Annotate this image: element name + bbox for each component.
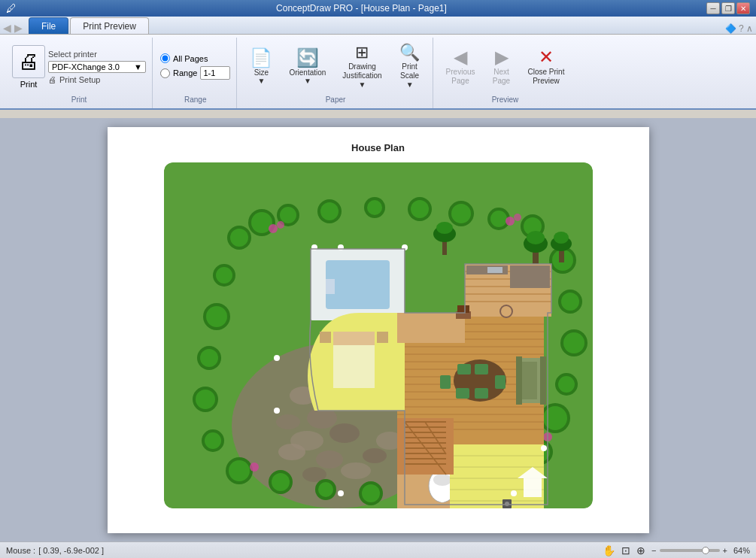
svg-rect-113 (456, 388, 469, 399)
page-preview: House Plan (108, 127, 649, 533)
range-row: Range (160, 66, 230, 80)
svg-point-48 (362, 484, 380, 502)
svg-point-156 (505, 502, 509, 506)
status-bar: Mouse : [ 0.39, -6.9e-002 ] ✋ ⊡ ⊕ − + 64… (0, 541, 756, 558)
drawing-justification-button[interactable]: ⊞ DrawingJustification ▼ (337, 41, 387, 92)
size-icon: 📄 (250, 49, 272, 67)
zoom-slider-thumb (702, 547, 709, 554)
svg-rect-108 (510, 265, 550, 288)
orientation-button[interactable]: 🔄 Orientation ▼ (284, 45, 331, 89)
range-radio[interactable] (160, 68, 170, 78)
orientation-arrow-icon: ▼ (304, 77, 311, 85)
svg-point-11 (278, 444, 305, 460)
all-pages-radio[interactable] (160, 53, 170, 63)
tab-print-preview-label: Print Preview (83, 21, 136, 32)
status-right: ✋ ⊡ ⊕ − + 64% (603, 544, 750, 556)
main-content: House Plan (0, 118, 756, 541)
svg-point-20 (367, 200, 382, 215)
svg-rect-122 (333, 332, 375, 345)
svg-rect-123 (377, 332, 388, 343)
printer-value: PDF-XChange 3.0 (52, 62, 120, 71)
print-button[interactable]: 🖨 (12, 45, 45, 78)
svg-point-60 (200, 349, 218, 367)
print-setup-link[interactable]: 🖨 Print Setup (48, 75, 100, 84)
print-label: Print (20, 80, 38, 89)
close-print-preview-button[interactable]: ✕ Close PrintPreview (523, 44, 570, 89)
svg-point-24 (451, 204, 471, 223)
tab-file-label: File (41, 21, 56, 32)
svg-rect-120 (540, 356, 546, 405)
dropdown-arrow-icon: ▼ (134, 62, 142, 71)
justification-label: DrawingJustification (342, 62, 381, 80)
svg-point-81 (436, 222, 453, 234)
ribbon-group-preview: ◀ PreviousPage ▶ NextPage ✕ Close PrintP… (435, 38, 576, 108)
svg-point-26 (490, 211, 507, 227)
printer-dropdown[interactable]: PDF-XChange 3.0 ▼ (48, 61, 146, 73)
svg-point-56 (205, 432, 221, 449)
next-page-button[interactable]: ▶ NextPage (487, 44, 517, 89)
range-input[interactable] (200, 66, 230, 80)
svg-point-70 (514, 214, 521, 221)
svg-point-52 (272, 473, 290, 491)
next-page-icon: ▶ (495, 48, 509, 66)
svg-point-54 (229, 460, 250, 481)
window-close-button[interactable]: ✕ (736, 2, 750, 14)
zoom-in-icon[interactable]: ⊕ (636, 544, 645, 556)
tab-file[interactable]: File (29, 17, 68, 34)
zoom-out-button[interactable]: − (651, 546, 656, 555)
zoom-in-button[interactable]: + (723, 546, 727, 555)
minimize-button[interactable]: ─ (706, 2, 720, 14)
svg-point-69 (506, 217, 515, 226)
svg-point-36 (558, 376, 575, 393)
fit-page-icon[interactable]: ⊡ (621, 544, 630, 556)
tab-print-preview[interactable]: Print Preview (70, 17, 149, 34)
svg-point-66 (230, 229, 248, 247)
svg-point-16 (280, 207, 296, 223)
hand-tool-icon[interactable]: ✋ (603, 544, 615, 556)
svg-point-5 (316, 450, 343, 469)
all-pages-label: All Pages (173, 54, 208, 63)
preview-group-label: Preview (492, 92, 519, 105)
restore-button[interactable]: ❐ (721, 2, 735, 14)
svg-rect-115 (440, 375, 451, 389)
select-printer-label: Select printer (48, 50, 97, 59)
svg-point-67 (269, 224, 278, 233)
svg-rect-84 (326, 279, 335, 294)
svg-rect-83 (326, 260, 390, 309)
svg-point-128 (433, 474, 451, 486)
range-label: Range (173, 68, 197, 77)
zoom-slider[interactable] (660, 549, 720, 552)
svg-point-159 (274, 355, 280, 361)
svg-point-165 (311, 244, 317, 250)
title-bar: 🖊 ConceptDraw PRO - [House Plan - Page1]… (0, 0, 756, 17)
svg-rect-112 (475, 364, 488, 375)
svg-point-32 (561, 293, 579, 311)
svg-rect-119 (516, 356, 522, 405)
previous-page-button[interactable]: ◀ PreviousPage (441, 44, 481, 89)
mouse-value: [ 0.39, -6.9e-002 ] (38, 546, 104, 555)
close-preview-icon: ✕ (539, 48, 554, 66)
svg-point-10 (276, 414, 300, 429)
size-label: Size (254, 68, 269, 77)
print-scale-button[interactable]: 🔍 PrintScale ▼ (393, 41, 427, 92)
svg-rect-109 (487, 267, 502, 273)
window-controls[interactable]: ─ ❐ ✕ (706, 2, 750, 14)
svg-rect-114 (475, 388, 488, 399)
size-arrow-icon: ▼ (257, 77, 265, 85)
svg-point-50 (318, 482, 333, 497)
svg-point-78 (554, 232, 569, 244)
range-group-label: Range (184, 92, 206, 105)
svg-rect-124 (320, 332, 331, 343)
scale-icon: 🔍 (399, 44, 420, 61)
svg-point-62 (206, 306, 227, 327)
svg-point-22 (411, 200, 429, 218)
house-plan-area (164, 162, 593, 508)
svg-point-38 (543, 406, 567, 430)
svg-point-162 (439, 496, 445, 502)
range-group: All Pages Range (160, 53, 230, 80)
zoom-level: 64% (733, 546, 750, 555)
ribbon-group-paper: 📄 Size ▼ 🔄 Orientation ▼ ⊞ DrawingJustif… (238, 38, 433, 108)
size-button[interactable]: 📄 Size ▼ (244, 45, 278, 89)
page-title: House Plan (351, 142, 405, 153)
svg-point-68 (277, 221, 284, 229)
